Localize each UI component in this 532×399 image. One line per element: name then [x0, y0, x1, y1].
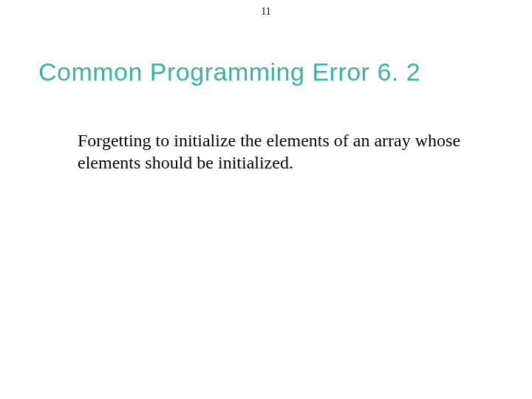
- slide-body-text: Forgetting to initialize the elements of…: [78, 129, 462, 174]
- page-number: 11: [0, 6, 532, 18]
- slide-heading: Common Programming Error 6. 2: [38, 58, 420, 86]
